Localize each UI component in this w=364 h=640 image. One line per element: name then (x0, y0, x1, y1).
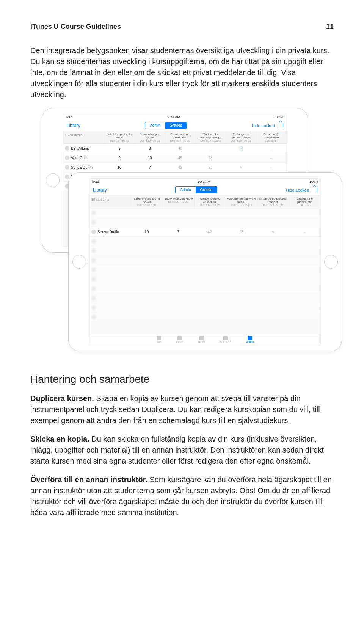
grade-cell (257, 296, 289, 300)
grade-cell: 10 (104, 163, 135, 172)
seg-admin[interactable]: Admin (145, 122, 165, 129)
table-row[interactable] (90, 237, 320, 246)
grade-cell (289, 258, 320, 263)
segmented-control[interactable]: Admin Grades (175, 186, 217, 193)
grade-cell (194, 315, 226, 319)
grade-cell (194, 305, 226, 310)
table-row[interactable] (90, 265, 320, 275)
library-link[interactable]: Library (93, 187, 107, 193)
grade-cell (257, 286, 289, 291)
grade-cell (289, 305, 320, 310)
grade-cell (194, 277, 226, 281)
table-row[interactable] (90, 294, 320, 303)
grade-cell: 9 (104, 154, 135, 162)
grade-cell (257, 239, 289, 244)
grade-cell (162, 305, 194, 310)
table-row[interactable] (90, 275, 320, 284)
tab-notes[interactable]: Notes (198, 336, 205, 343)
segmented-control[interactable]: Admin Grades (145, 122, 187, 129)
table-row[interactable]: Vera Carr9104523- (63, 153, 286, 163)
page-header: iTunes U Course Guidelines 11 (30, 23, 334, 31)
grade-cell (289, 277, 320, 281)
grade-cell (162, 296, 194, 300)
table-row[interactable] (90, 303, 320, 313)
share-icon[interactable] (312, 187, 317, 193)
student-name: Ben Atkins (71, 146, 89, 151)
grade-cell (194, 296, 226, 300)
grade-cell (226, 258, 257, 263)
grade-cell: 42 (165, 163, 195, 172)
grade-cell (194, 258, 226, 263)
grade-cell: - (195, 144, 226, 153)
grade-cell: 10 (131, 228, 162, 236)
lead-duplicate: Duplicera kursen. (30, 394, 94, 403)
tab-admin[interactable]: Admin (246, 336, 254, 343)
grade-cell (162, 315, 194, 319)
table-row[interactable] (90, 208, 320, 218)
table-row[interactable] (90, 218, 320, 227)
grade-cell (289, 220, 320, 225)
table-row[interactable] (90, 246, 320, 256)
tab-posts[interactable]: Posts (176, 336, 183, 343)
student-name: Sonya Duffin (97, 230, 119, 234)
grade-cell (194, 248, 226, 253)
grade-cell: 📄 (226, 144, 256, 153)
seg-grades[interactable]: Grades (165, 122, 187, 129)
grade-cell: ✎ (226, 163, 256, 172)
hide-locked[interactable]: Hide Locked (252, 123, 275, 128)
ipad-bottom: iPad 9:41 AM 100% Library Admin Grades H… (68, 172, 342, 351)
grade-cell: 40 (165, 144, 195, 153)
bottom-toolbar: Info Posts Notes Materials Admin (90, 334, 320, 345)
grade-cell (289, 248, 320, 253)
table-row[interactable]: Sonya Duffin1074225✎- (90, 227, 320, 237)
avatar (91, 315, 96, 319)
tab-materials[interactable]: Materials (220, 336, 231, 343)
tab-info[interactable]: Info (157, 336, 161, 343)
grade-cell (257, 305, 289, 310)
avatar (91, 220, 96, 225)
grade-cell (226, 296, 257, 300)
students-count: 15 students (63, 131, 104, 143)
grade-cell: - (289, 228, 320, 236)
grade-cell: 25 (195, 163, 226, 172)
table-row[interactable] (90, 313, 320, 322)
grid-header: 15 students Label the parts of a flowerD… (63, 131, 286, 144)
status-batt: 100% (275, 115, 284, 119)
table-row[interactable]: Sonya Duffin1074225✎- (63, 163, 286, 172)
grade-cell: 23 (195, 154, 226, 162)
grade-cell (226, 248, 257, 253)
camera-dot (72, 255, 86, 269)
status-bar: iPad 9:41 AM 100% (63, 114, 286, 120)
status-bar: iPad 9:41 AM 100% (90, 179, 320, 185)
doc-title: iTunes U Course Guidelines (30, 23, 121, 31)
grade-cell (289, 286, 320, 291)
grade-cell (289, 315, 320, 319)
grade-cell (162, 267, 194, 272)
grade-cell (226, 220, 257, 225)
table-row[interactable] (90, 284, 320, 294)
grade-cell (131, 315, 162, 319)
grade-cell (162, 220, 194, 225)
grid-header: 15 students Label the parts of a flowerD… (90, 195, 320, 208)
grade-cell (226, 211, 257, 215)
grade-cell (162, 211, 194, 215)
hide-locked[interactable]: Hide Locked (286, 188, 309, 192)
section-heading: Hantering och samarbete (30, 373, 334, 385)
avatar (91, 277, 96, 281)
grade-cell: 7 (135, 163, 165, 172)
avatar (91, 239, 96, 244)
paragraph-transfer: Överföra till en annan instruktör. Som k… (30, 474, 334, 518)
grade-cell (162, 277, 194, 281)
nav-bar: Library Admin Grades Hide Locked (90, 185, 320, 195)
library-link[interactable]: Library (66, 123, 80, 128)
grade-cell (226, 156, 256, 160)
grade-cell: 25 (226, 228, 257, 236)
table-row[interactable] (90, 256, 320, 265)
home-button[interactable] (324, 255, 338, 269)
table-row[interactable]: Ben Atkins9840-📄- (63, 144, 286, 153)
share-icon[interactable] (278, 123, 283, 128)
grade-cell (257, 211, 289, 215)
grade-cell (131, 286, 162, 291)
page-number: 11 (326, 23, 334, 31)
grade-cell (131, 258, 162, 263)
